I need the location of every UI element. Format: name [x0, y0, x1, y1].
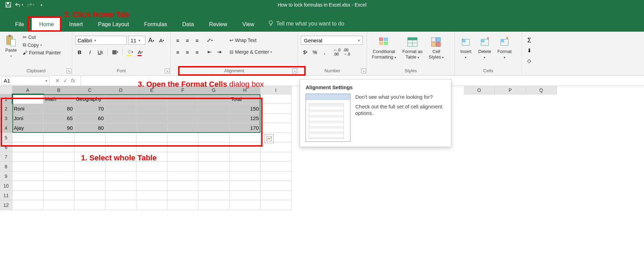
col-header-P[interactable]: P [495, 86, 526, 94]
cell-I1[interactable] [260, 94, 292, 104]
cell-F3[interactable] [167, 114, 198, 123]
underline-button[interactable]: U ▾ [96, 47, 105, 56]
cell-D3[interactable] [105, 114, 136, 123]
italic-button[interactable]: I [85, 47, 94, 56]
clear-button[interactable]: ◇ [525, 56, 534, 65]
cell-A2[interactable]: Roni [12, 104, 43, 114]
increase-decimal-button[interactable]: ←.0.00 [333, 47, 341, 56]
row-header-3[interactable]: 3 [0, 114, 12, 123]
row-header-10[interactable]: 10 [0, 181, 12, 191]
tab-page-layout[interactable]: Page Layout [90, 18, 136, 32]
percent-button[interactable]: % [310, 47, 319, 56]
tab-insert[interactable]: Insert [61, 18, 90, 32]
fx-icon[interactable]: fx [71, 78, 75, 84]
col-header-A[interactable]: A [12, 86, 43, 94]
redo-icon[interactable]: ▾ [26, 1, 34, 8]
cell-F4[interactable] [167, 123, 198, 133]
merge-center-button[interactable]: ⊟ Merge & Center ▾ [228, 47, 274, 56]
orientation-button[interactable]: ⤢ ▾ [205, 36, 214, 45]
decrease-decimal-button[interactable]: .00→.0 [342, 47, 351, 56]
format-as-table-button[interactable]: Format as Table ▾ [400, 35, 425, 60]
row-header-11[interactable]: 11 [0, 191, 12, 200]
cut-button[interactable]: ✂ Cut [21, 34, 62, 41]
col-header-C[interactable]: C [74, 86, 105, 94]
cell-I4[interactable] [260, 123, 292, 133]
font-name-select[interactable]: Calibri▾ [75, 36, 127, 45]
format-painter-button[interactable]: 🖌 Format Painter [21, 49, 62, 56]
cell-G4[interactable] [198, 123, 229, 133]
row-header-8[interactable]: 8 [0, 162, 12, 171]
col-header-F[interactable]: F [167, 86, 198, 94]
cell-A1[interactable] [12, 94, 43, 104]
cell-C3[interactable]: 60 [74, 114, 105, 123]
cell-C1[interactable]: Geography [74, 94, 105, 104]
cell-H1[interactable]: Total [229, 94, 260, 104]
cell-G1[interactable] [198, 94, 229, 104]
font-color-button[interactable]: A ▾ [136, 47, 145, 56]
name-box[interactable]: A1▾ [1, 76, 50, 85]
align-bottom-button[interactable]: ≡ [193, 36, 202, 45]
col-header-I[interactable]: I [260, 86, 292, 94]
cell-A3[interactable]: Joni [12, 114, 43, 123]
enter-icon[interactable]: ✓ [63, 77, 68, 84]
tab-data[interactable]: Data [175, 18, 202, 32]
col-header-H[interactable]: H [229, 86, 260, 94]
cell-E2[interactable] [136, 104, 167, 114]
row-header-12[interactable]: 12 [0, 200, 12, 210]
select-all-corner[interactable] [0, 86, 12, 94]
increase-indent-button[interactable]: ⇥ [215, 47, 224, 56]
align-top-button[interactable]: ≡ [173, 36, 182, 45]
row-header-5[interactable]: 5 [0, 133, 12, 142]
cell-F1[interactable] [167, 94, 198, 104]
cell-B1[interactable]: Math [43, 94, 74, 104]
align-center-button[interactable]: ≡ [183, 47, 192, 56]
cell-G2[interactable] [198, 104, 229, 114]
tab-file[interactable]: File [8, 18, 32, 32]
row-header-7[interactable]: 7 [0, 152, 12, 162]
cell-C4[interactable]: 80 [74, 123, 105, 133]
autosum-button[interactable]: Σ [525, 36, 534, 45]
delete-button[interactable]: × Delete▾ [476, 35, 493, 60]
cell-F2[interactable] [167, 104, 198, 114]
increase-font-button[interactable]: A▴ [147, 36, 156, 45]
cell-B4[interactable]: 90 [43, 123, 74, 133]
cell-H4[interactable]: 170 [229, 123, 260, 133]
cell-styles-button[interactable]: Cell Styles ▾ [427, 35, 446, 60]
font-size-select[interactable]: 11▾ [128, 36, 145, 45]
align-left-button[interactable]: ≡ [173, 47, 182, 56]
cell-I2[interactable] [260, 104, 292, 114]
font-launcher[interactable]: ↘ [165, 68, 170, 73]
save-icon[interactable] [4, 1, 12, 8]
cell-B3[interactable]: 65 [43, 114, 74, 123]
align-right-button[interactable]: ≡ [193, 47, 202, 56]
tab-view[interactable]: View [235, 18, 262, 32]
tab-formulas[interactable]: Formulas [136, 18, 175, 32]
cell-B2[interactable]: 80 [43, 104, 74, 114]
tell-me-box[interactable]: Tell me what you want to do [262, 17, 350, 32]
cell-C2[interactable]: 70 [74, 104, 105, 114]
cell-A4[interactable]: Ajay [12, 123, 43, 133]
clipboard-launcher[interactable]: ↘ [67, 68, 71, 73]
alignment-launcher[interactable]: ↘ [292, 68, 297, 73]
cancel-icon[interactable]: ✕ [55, 77, 60, 84]
comma-button[interactable]: , [320, 47, 329, 56]
cell-E4[interactable] [136, 123, 167, 133]
col-header-D[interactable]: D [105, 86, 136, 94]
number-launcher[interactable]: ↘ [361, 68, 366, 73]
row-header-9[interactable]: 9 [0, 171, 12, 181]
wrap-text-button[interactable]: ↩ Wrap Text [228, 36, 274, 45]
conditional-formatting-button[interactable]: Conditional Formatting ▾ [370, 35, 398, 60]
paste-button[interactable]: Paste▾ [3, 34, 19, 59]
col-header-G[interactable]: G [198, 86, 229, 94]
cell-H3[interactable]: 125 [229, 114, 260, 123]
format-button[interactable]: Format▾ [495, 35, 514, 60]
tab-review[interactable]: Review [202, 18, 235, 32]
cell-I3[interactable] [260, 114, 292, 123]
cell-D2[interactable] [105, 104, 136, 114]
row-header-2[interactable]: 2 [0, 104, 12, 114]
qat-customize-icon[interactable]: ▾ [37, 1, 45, 8]
fill-button[interactable]: ⬇ [525, 46, 534, 55]
undo-icon[interactable]: ▾ [15, 1, 23, 8]
insert-button[interactable]: + Insert▾ [458, 35, 474, 60]
decrease-font-button[interactable]: A▾ [157, 36, 166, 45]
